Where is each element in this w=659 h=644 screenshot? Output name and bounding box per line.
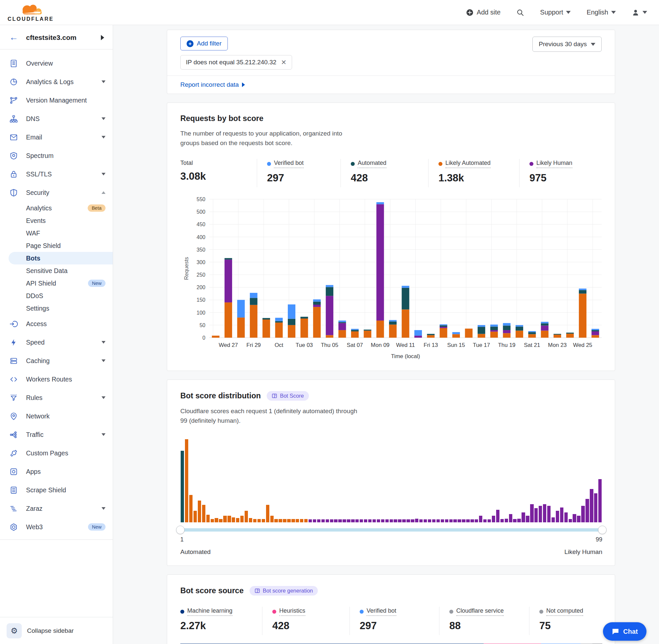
support-menu[interactable]: Support xyxy=(540,8,571,16)
stat-value: 428 xyxy=(351,172,428,184)
sidebar-item-caching[interactable]: Caching xyxy=(0,351,113,370)
sidebar-item-analytics-logs[interactable]: Analytics & Logs xyxy=(0,72,113,91)
filter-chip[interactable]: IP does not equal 35.212.240.32 ✕ xyxy=(180,55,292,70)
bot-score-badge[interactable]: Bot Score xyxy=(267,391,309,401)
topnav: Add site Support English xyxy=(466,8,647,17)
slider-handle-min[interactable] xyxy=(176,526,185,534)
sidebar-item-page-shield[interactable]: Page Shield xyxy=(0,239,113,252)
svg-text:Fri 13: Fri 13 xyxy=(424,342,438,348)
back-arrow-icon[interactable]: ← xyxy=(9,33,18,42)
stat-label[interactable]: Verified bot xyxy=(360,607,396,616)
sidebar-item-ssl-tls[interactable]: SSL/TLS xyxy=(0,165,113,183)
sidebar-item-settings[interactable]: Settings xyxy=(0,302,113,315)
sidebar-item-apps[interactable]: Apps xyxy=(0,462,113,481)
sidebar-item-label: Analytics & Logs xyxy=(26,78,101,86)
sidebar-item-overview[interactable]: Overview xyxy=(0,54,113,72)
sidebar-item-label: WAF xyxy=(26,230,105,237)
stat-label[interactable]: Not computed xyxy=(539,607,583,616)
stat-label[interactable]: Heuristics xyxy=(272,607,305,616)
sidebar-item-dns[interactable]: DNS xyxy=(0,110,113,128)
legend-dot xyxy=(449,610,453,614)
sidebar-item-custom-pages[interactable]: Custom Pages xyxy=(0,444,113,462)
chevron-down-icon xyxy=(591,43,595,46)
stat-value: 975 xyxy=(529,172,602,184)
new-badge: New xyxy=(88,523,105,531)
close-icon[interactable]: ✕ xyxy=(281,59,286,66)
stat-label[interactable]: Automated xyxy=(351,160,386,168)
chevron-down-icon xyxy=(101,396,105,399)
sidebar-item-scrape-shield[interactable]: Scrape Shield xyxy=(0,481,113,499)
chevron-up-icon xyxy=(101,191,105,194)
sidebar-nav: OverviewAnalytics & LogsVersion Manageme… xyxy=(0,49,113,540)
plus-icon: + xyxy=(187,40,193,47)
caret-right-icon xyxy=(242,83,245,87)
svg-text:Thu 19: Thu 19 xyxy=(498,342,516,348)
section-title: Requests by bot score xyxy=(180,114,263,123)
svg-text:Sat 21: Sat 21 xyxy=(524,342,540,348)
sidebar-item-network[interactable]: Network xyxy=(0,407,113,426)
stat-verified-bot: Verified bot 297 xyxy=(257,159,340,187)
stat-label[interactable]: Machine learning xyxy=(180,607,232,616)
sidebar-item-email[interactable]: Email xyxy=(0,128,113,146)
legend-dot xyxy=(351,162,355,166)
beta-badge: Beta xyxy=(88,204,105,212)
language-menu[interactable]: English xyxy=(587,8,616,16)
source-stats-row: Machine learning 2.27kHeuristics 428Veri… xyxy=(180,607,602,635)
sidebar-item-api-shield[interactable]: API ShieldNew xyxy=(0,277,113,290)
date-range-button[interactable]: Previous 30 days xyxy=(533,37,602,52)
gear-icon[interactable]: ⚙ xyxy=(6,623,22,638)
chevron-right-icon[interactable] xyxy=(101,35,104,40)
sidebar-item-ddos[interactable]: DDoS xyxy=(0,290,113,302)
sidebar-item-speed[interactable]: Speed xyxy=(0,333,113,351)
score-range-slider xyxy=(180,525,602,535)
language-label: English xyxy=(587,8,608,16)
add-filter-button[interactable]: + Add filter xyxy=(180,37,228,50)
account-menu[interactable] xyxy=(632,8,647,17)
sidebar-item-traffic[interactable]: Traffic xyxy=(0,426,113,444)
svg-text:Sat 07: Sat 07 xyxy=(347,342,363,348)
sidebar-item-label: Network xyxy=(26,413,105,420)
sidebar-item-waf[interactable]: WAF xyxy=(0,227,113,239)
sidebar-item-analytics[interactable]: AnalyticsBeta xyxy=(0,202,113,214)
sidebar-item-sensitive-data[interactable]: Sensitive Data xyxy=(0,264,113,277)
sidebar-item-version-management[interactable]: Version Management xyxy=(0,91,113,110)
sidebar-item-rules[interactable]: Rules xyxy=(0,388,113,407)
search-icon xyxy=(516,8,524,17)
cloudflare-logo[interactable]: CLOUDFLARE xyxy=(7,3,54,22)
sidebar-item-events[interactable]: Events xyxy=(0,214,113,227)
bot-score-generation-badge[interactable]: Bot score generation xyxy=(250,586,318,596)
svg-text:Requests: Requests xyxy=(183,257,189,280)
add-site-button[interactable]: Add site xyxy=(466,8,500,17)
sidebar-item-security[interactable]: Security xyxy=(0,183,113,202)
collapse-sidebar-button[interactable]: Collapse sidebar xyxy=(27,627,74,635)
svg-text:350: 350 xyxy=(196,247,205,253)
svg-text:Tue 17: Tue 17 xyxy=(473,342,490,348)
svg-text:Mon 09: Mon 09 xyxy=(371,342,390,348)
chevron-down-icon xyxy=(101,117,105,120)
stat-heuristics: Heuristics 428 xyxy=(262,607,349,635)
section-description: The number of requests to your applicati… xyxy=(180,129,360,148)
sidebar-item-label: Traffic xyxy=(26,431,101,439)
svg-text:300: 300 xyxy=(196,259,205,265)
stat-label[interactable]: Likely Human xyxy=(529,160,572,168)
sidebar-item-zaraz[interactable]: Zaraz xyxy=(0,499,113,518)
stat-label[interactable]: Likely Automated xyxy=(439,160,491,168)
sidebar-item-access[interactable]: Access xyxy=(0,315,113,333)
slider-handle-max[interactable] xyxy=(598,526,607,534)
report-incorrect-data-link[interactable]: Report incorrect data xyxy=(180,81,239,88)
stat-value: 3.08k xyxy=(180,170,257,182)
stat-value: 88 xyxy=(449,620,529,632)
stat-label[interactable]: Verified bot xyxy=(267,160,304,168)
sidebar-item-web3[interactable]: Web3New xyxy=(0,518,113,536)
sidebar-item-label: Zaraz xyxy=(26,505,101,512)
sidebar-item-spectrum[interactable]: Spectrum xyxy=(0,146,113,165)
search-button[interactable] xyxy=(516,8,524,17)
sidebar-item-workers-routes[interactable]: Workers Routes xyxy=(0,370,113,388)
sidebar-item-bots[interactable]: Bots xyxy=(8,252,113,264)
web3-icon xyxy=(9,523,18,532)
svg-text:Thu 05: Thu 05 xyxy=(321,342,338,348)
chat-button[interactable]: Chat xyxy=(603,622,646,641)
slider-track[interactable] xyxy=(180,528,602,532)
chevron-down-icon xyxy=(566,11,571,14)
stat-label[interactable]: Cloudflare service xyxy=(449,607,504,616)
